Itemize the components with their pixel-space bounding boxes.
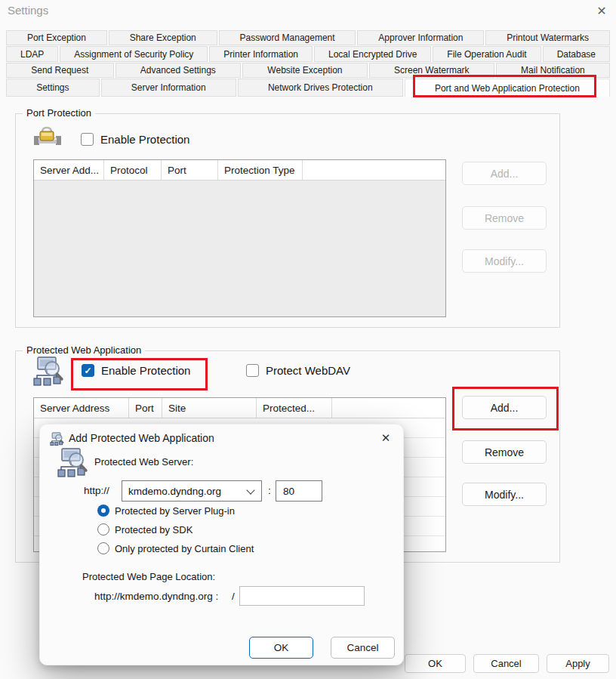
col-spacer [303,160,445,180]
port-modify-button[interactable]: Modify... [462,249,547,273]
col-server-address[interactable]: Server Address [34,398,129,418]
web-app-table-header: Server Address Port Site Protected... [34,398,445,418]
col-port[interactable]: Port [162,160,218,180]
col-spacer [332,398,445,418]
titlebar: Settings ✕ [0,0,616,23]
tab-server-information[interactable]: Server Information [101,79,236,97]
tab-strip: Port Exception Share Exception Password … [6,30,610,97]
tab-row-3: Send Request Advanced Settings Website E… [6,63,610,78]
radio-row-server-plugin: Protected by Server Plug-in [97,505,235,517]
port-protection-table-body [34,181,445,316]
chevron-down-icon [246,486,254,494]
port-enable-protection-row: Enable Protection [81,133,189,146]
radio-curtain-client-label: Only protected by Curtain Client [115,543,254,554]
tab-settings[interactable]: Settings [6,79,100,97]
web-enable-protection-label: Enable Protection [101,364,190,377]
dialog-title: Add Protected Web Application [69,432,214,444]
radio-server-plugin[interactable] [97,505,109,517]
protect-webdav-row: Protect WebDAV [246,364,350,377]
col-server-address[interactable]: Server Add... [34,160,104,180]
web-enable-protection-checkbox[interactable]: ✓ [82,364,94,377]
tab-send-request[interactable]: Send Request [6,63,114,78]
port-input[interactable]: 80 [276,480,322,502]
tab-approver-information[interactable]: Approver Information [357,30,484,45]
port-protection-table[interactable]: Server Add... Protocol Port Protection T… [33,159,446,317]
close-icon[interactable]: ✕ [593,2,610,19]
tab-local-encrypted-drive[interactable]: Local Encrypted Drive [314,46,431,62]
tab-port-exception[interactable]: Port Exception [6,30,107,45]
radio-curtain-client[interactable] [97,542,109,554]
tab-database[interactable]: Database [543,46,610,62]
web-add-button[interactable]: Add... [462,396,547,419]
dialog-title-icon [50,432,64,446]
tab-printer-information[interactable]: Printer Information [209,46,313,62]
radio-row-sdk: Protected by SDK [97,523,192,535]
port-protection-group: Port Protection Enable Protection Server… [15,113,560,328]
location-slash: / [232,591,235,602]
tab-file-operation-audit[interactable]: File Operation Audit [433,46,541,62]
port-protection-table-header: Server Add... Protocol Port Protection T… [34,160,445,181]
server-address-value: kmdemo.dyndng.org [128,486,221,497]
web-page-location-label: Protected Web Page Location: [82,571,215,582]
dialog-close-icon[interactable]: ✕ [378,431,393,446]
col-site[interactable]: Site [162,398,257,418]
tab-row-4: Settings Server Information Network Driv… [6,79,610,97]
cancel-button[interactable]: Cancel [473,654,539,673]
tab-screen-watermark[interactable]: Screen Watermark [369,63,494,78]
location-prefix-label: http://kmdemo.dyndng.org : [94,591,218,602]
scheme-prefix-label: http:// [84,485,109,496]
radio-sdk-label: Protected by SDK [115,524,192,535]
tab-row-1: Port Exception Share Exception Password … [6,30,610,45]
radio-sdk[interactable] [97,523,109,535]
protected-web-server-icon [57,447,88,479]
tab-mail-notification[interactable]: Mail Notification [496,63,610,78]
radio-server-plugin-label: Protected by Server Plug-in [115,505,235,517]
tab-printout-watermarks[interactable]: Printout Watermarks [485,30,610,45]
web-app-network-icon [32,356,64,387]
web-enable-protection-row: ✓ Enable Protection [82,364,190,377]
protect-webdav-label: Protect WebDAV [266,364,350,377]
server-address-combobox[interactable]: kmdemo.dyndng.org [122,480,262,502]
window-title: Settings [8,4,48,17]
web-remove-button[interactable]: Remove [462,440,547,464]
col-port[interactable]: Port [129,398,162,418]
web-modify-button[interactable]: Modify... [462,483,547,506]
port-remove-button[interactable]: Remove [462,206,547,230]
apply-button[interactable]: Apply [547,654,609,673]
tab-ldap[interactable]: LDAP [6,46,58,62]
dialog-ok-button[interactable]: OK [249,637,313,659]
col-protected[interactable]: Protected... [257,398,332,418]
port-enable-protection-checkbox[interactable] [81,133,94,146]
web-page-location-input[interactable] [239,586,365,606]
tab-password-management[interactable]: Password Management [219,30,356,45]
col-protocol[interactable]: Protocol [104,160,162,180]
port-lock-icon [34,125,61,147]
port-add-button[interactable]: Add... [462,162,547,185]
tab-website-exception[interactable]: Website Exception [242,63,368,78]
tab-row-2: LDAP Assignment of Security Policy Print… [6,46,610,62]
ok-button[interactable]: OK [405,654,466,673]
protected-web-server-label: Protected Web Server: [94,456,193,468]
port-enable-protection-label: Enable Protection [100,133,189,146]
add-protected-web-application-dialog: Add Protected Web Application ✕ Protecte… [39,424,404,665]
port-separator: : [268,485,271,496]
tab-share-exception[interactable]: Share Exception [109,30,217,45]
protected-web-application-group-label: Protected Web Application [23,344,145,356]
radio-row-curtain-client: Only protected by Curtain Client [97,542,254,554]
tab-assignment-of-security-policy[interactable]: Assignment of Security Policy [60,46,208,62]
tab-port-and-web-application-protection[interactable]: Port and Web Application Protection [405,79,610,97]
dialog-cancel-button[interactable]: Cancel [331,637,395,659]
tab-network-drives-protection[interactable]: Network Drives Protection [238,79,403,97]
protect-webdav-checkbox[interactable] [246,364,259,377]
port-protection-group-label: Port Protection [23,107,95,119]
tab-advanced-settings[interactable]: Advanced Settings [116,63,242,78]
col-protection-type[interactable]: Protection Type [218,160,303,180]
